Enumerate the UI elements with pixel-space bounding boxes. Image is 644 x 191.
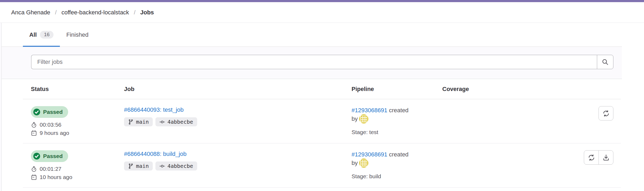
tab-all-count-badge: 16 [40, 31, 53, 39]
git-commit-icon [159, 119, 165, 125]
breadcrumb-separator: / [134, 9, 135, 16]
breadcrumb-bar: Anca Ghenade / coffee-backend-localstack… [0, 2, 644, 23]
jobs-tabs: All 16 Finished [2, 23, 622, 47]
job-actions-button-group [584, 150, 613, 165]
header-status: Status [31, 86, 124, 93]
breadcrumb-separator: / [55, 9, 57, 16]
pipeline-by-text: by [352, 160, 358, 166]
job-age: 9 hours ago [31, 130, 124, 136]
search-button[interactable] [597, 55, 613, 69]
ref-badges: main 4abbecbe [124, 161, 352, 171]
coverage-cell [442, 150, 531, 180]
search-icon [602, 59, 609, 65]
stage-label: Stage: build [352, 172, 442, 180]
pipeline-by-text: by [352, 115, 358, 122]
calendar-icon [31, 174, 37, 180]
status-badge-label: Passed [43, 109, 63, 115]
git-commit-icon [159, 163, 165, 169]
tab-finished-label: Finished [66, 31, 88, 38]
pipeline-created-text: created [389, 151, 408, 158]
job-duration-value: 00:01:27 [40, 166, 61, 172]
top-accent-bar [0, 0, 644, 2]
job-cell: #6866440088: build_job [124, 150, 352, 180]
retry-icon [588, 154, 595, 161]
job-duration-value: 00:03:56 [40, 122, 61, 128]
retry-job-button[interactable] [598, 106, 613, 121]
filter-jobs-input[interactable] [31, 55, 597, 69]
actions-cell [531, 106, 621, 136]
branch-ref-name: main [136, 163, 149, 169]
table-row: Passed 00:01:27 [23, 143, 621, 188]
filter-input-group [31, 55, 613, 69]
pipeline-link[interactable]: #1293068691 [352, 151, 387, 158]
header-coverage: Coverage [442, 86, 531, 93]
status-badge-label: Passed [43, 153, 63, 159]
job-age-value: 10 hours ago [40, 174, 72, 180]
coverage-cell [442, 106, 531, 136]
git-branch-icon [128, 163, 134, 169]
breadcrumb-current-page: Jobs [140, 9, 154, 16]
tab-all-label: All [29, 31, 37, 38]
breadcrumb: Anca Ghenade / coffee-backend-localstack… [11, 9, 154, 16]
pipeline-link[interactable]: #1293068691 [352, 107, 387, 114]
job-duration: 00:03:56 [31, 122, 124, 128]
branch-ref-name: main [136, 119, 149, 125]
ref-badges: main 4abbecbe [124, 117, 352, 126]
header-job: Job [124, 86, 352, 93]
stage-label: Stage: test [352, 128, 442, 136]
retry-icon [602, 110, 610, 117]
commit-sha-value: 4abbecbe [167, 119, 193, 125]
status-cell: Passed 00:03:56 [31, 106, 124, 136]
stopwatch-icon [31, 122, 37, 128]
status-badge-passed[interactable]: Passed [31, 106, 68, 118]
status-badge-passed[interactable]: Passed [31, 150, 68, 162]
calendar-icon [31, 130, 37, 136]
tab-finished[interactable]: Finished [60, 23, 95, 47]
pipeline-creator-avatar[interactable] [359, 159, 368, 168]
commit-sha-badge[interactable]: 4abbecbe [155, 117, 197, 126]
header-pipeline: Pipeline [352, 86, 442, 93]
filter-section [2, 47, 622, 79]
stopwatch-icon [31, 166, 37, 172]
job-duration: 00:01:27 [31, 166, 124, 172]
job-age-value: 9 hours ago [40, 130, 69, 136]
retry-job-button[interactable] [584, 150, 599, 165]
branch-ref-badge[interactable]: main [124, 161, 153, 171]
check-circle-icon [33, 152, 40, 160]
job-age: 10 hours ago [31, 174, 124, 180]
table-row: Passed 00:03:56 [23, 99, 621, 143]
pipeline-creator-avatar[interactable] [359, 114, 368, 123]
pipeline-cell: #1293068691 created by Stage: test [352, 106, 442, 136]
breadcrumb-project-link[interactable]: coffee-backend-localstack [61, 9, 129, 16]
job-cell: #6866440093: test_job [124, 106, 352, 136]
git-branch-icon [128, 119, 134, 125]
table-header-row: Status Job Pipeline Coverage [23, 79, 621, 99]
branch-ref-badge[interactable]: main [124, 117, 153, 126]
download-artifacts-button[interactable] [598, 150, 613, 165]
actions-cell [531, 150, 621, 180]
breadcrumb-group-link[interactable]: Anca Ghenade [11, 9, 50, 16]
download-icon [602, 154, 610, 161]
jobs-page: Anca Ghenade / coffee-backend-localstack… [0, 0, 644, 191]
job-link[interactable]: #6866440088: build_job [124, 150, 187, 158]
commit-sha-badge[interactable]: 4abbecbe [155, 161, 197, 171]
pipeline-created-text: created [389, 107, 408, 114]
jobs-table: Status Job Pipeline Coverage [23, 79, 621, 188]
pipeline-cell: #1293068691 created by Stage: build [352, 150, 442, 180]
commit-sha-value: 4abbecbe [167, 163, 193, 169]
check-circle-icon [33, 108, 40, 116]
job-link[interactable]: #6866440093: test_job [124, 106, 184, 114]
status-cell: Passed 00:01:27 [31, 150, 124, 180]
tab-all[interactable]: All 16 [23, 23, 60, 47]
